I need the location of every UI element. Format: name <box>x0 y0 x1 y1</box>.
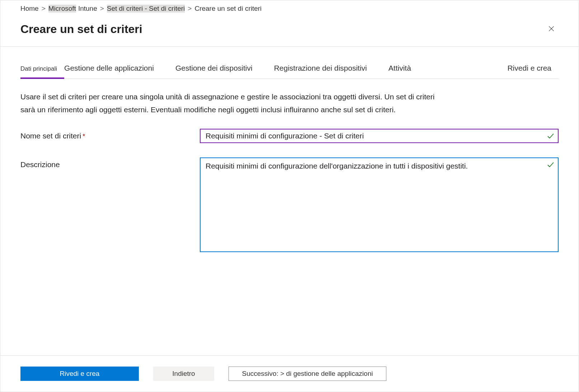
breadcrumb: Home > Microsoft Intune > Set di criteri… <box>0 0 579 16</box>
breadcrumb-microsoft[interactable]: Microsoft <box>48 5 76 13</box>
content-area: Dati principali Gestione delle applicazi… <box>0 47 579 355</box>
tab-device-enrollment[interactable]: Registrazione dei dispositivi <box>274 64 374 79</box>
tab-review-create[interactable]: Rivedi e crea <box>507 64 559 79</box>
back-button[interactable]: Indietro <box>153 367 214 381</box>
breadcrumb-intune[interactable]: Intune <box>78 5 97 13</box>
required-indicator: * <box>83 133 85 140</box>
page-header: Creare un set di criteri <box>0 16 579 46</box>
row-policy-set-name: Nome set di criteri* <box>20 129 559 143</box>
close-button[interactable] <box>544 22 559 36</box>
breadcrumb-policy-sets[interactable]: Set di criteri - Set di criteri <box>107 5 185 13</box>
breadcrumb-current: Creare un set di criteri <box>194 5 262 13</box>
policy-set-name-input[interactable] <box>200 129 559 143</box>
label-description: Descrizione <box>20 157 200 169</box>
next-button[interactable]: Successivo: > di gestione delle applicaz… <box>229 367 386 381</box>
form: Nome set di criteri* Descrizione <box>20 129 559 253</box>
field-policy-set-name <box>200 129 559 143</box>
label-policy-set-name: Nome set di criteri* <box>20 129 200 140</box>
tab-device-management[interactable]: Gestione dei dispositivi <box>175 64 260 79</box>
close-icon <box>548 25 555 33</box>
description-textarea[interactable] <box>200 157 559 252</box>
tab-activity[interactable]: Attività <box>389 64 418 79</box>
breadcrumb-sep: > <box>188 5 192 13</box>
intro-text: Usare il set di criteri per creare una s… <box>20 90 444 116</box>
field-description <box>200 157 559 253</box>
row-description: Descrizione <box>20 157 559 253</box>
breadcrumb-sep: > <box>42 5 46 13</box>
breadcrumb-sep: > <box>100 5 104 13</box>
breadcrumb-home[interactable]: Home <box>20 5 39 13</box>
footer-actions: Rivedi e crea Indietro Successivo: > di … <box>0 355 579 392</box>
page-title: Creare un set di criteri <box>20 23 142 36</box>
review-create-button[interactable]: Rivedi e crea <box>20 367 139 381</box>
wizard-tabs: Dati principali Gestione delle applicazi… <box>20 64 559 79</box>
tab-app-management[interactable]: Gestione delle applicazioni <box>64 64 161 79</box>
tab-basics[interactable]: Dati principali <box>20 65 64 79</box>
